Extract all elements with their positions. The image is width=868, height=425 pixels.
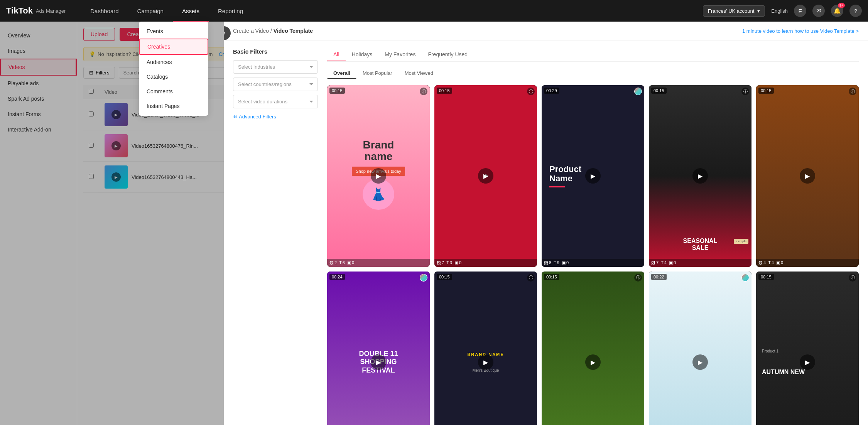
- filters-column: Basic Filters Select Industries Select c…: [233, 48, 318, 425]
- sub-tabs: Overall Most Popular Most Viewed: [327, 68, 859, 79]
- nav-dashboard[interactable]: Dashboard: [81, 0, 128, 22]
- card-play-6[interactable]: ▶: [478, 354, 493, 370]
- messages-button[interactable]: ✉: [812, 5, 825, 17]
- dropdown-item-comments[interactable]: Comments: [139, 84, 208, 99]
- notification-badge: 9+: [838, 3, 845, 8]
- template-grid: Brandname Shop new arrivals today 👗 00:1…: [327, 85, 859, 425]
- templates-column: All Holidays My Favorites Frequently Use…: [327, 48, 859, 425]
- card-color-badge-2: [634, 88, 642, 95]
- card-info-6[interactable]: ⓘ: [527, 274, 535, 282]
- dropdown-menu: Events Creatives Audiences Catalogs Comm…: [139, 22, 208, 116]
- sub-tab-overall[interactable]: Overall: [327, 68, 356, 79]
- avatar-button[interactable]: F: [794, 5, 806, 17]
- card-background-9: Product 1 AUTUMN NEW: [756, 272, 859, 425]
- country-select[interactable]: Select countries/regions: [233, 78, 318, 91]
- card-color-badge-5: [420, 274, 427, 282]
- card-info-9[interactable]: ⓘ: [849, 274, 856, 282]
- image-icon-2: 🖼: [544, 260, 548, 265]
- main-tabs: All Holidays My Favorites Frequently Use…: [327, 48, 859, 62]
- duration-select[interactable]: Select video durations: [233, 95, 318, 108]
- card-play-7[interactable]: ▶: [585, 354, 601, 370]
- image-icon-3: 🖼: [651, 260, 655, 265]
- dropdown-item-instant-pages[interactable]: Instant Pages: [139, 99, 208, 113]
- dropdown-item-creatives[interactable]: Creatives: [139, 39, 208, 55]
- language-label[interactable]: English: [771, 8, 788, 14]
- sub-tab-most-popular[interactable]: Most Popular: [356, 68, 399, 79]
- nav-links: Dashboard Campaign Assets Reporting: [81, 0, 703, 22]
- template-card-2[interactable]: ProductName 00:29 ▶ 🖼 8 T 9: [542, 85, 644, 267]
- breadcrumb: Create a Video / Video Template: [233, 28, 313, 34]
- card-footer-3: 🖼 7 T 4 ▣ 0: [649, 259, 751, 267]
- card-duration-7: 00:15: [544, 274, 559, 280]
- video-icon-4: ▣: [776, 260, 780, 265]
- card-info-3[interactable]: ⓘ: [741, 88, 749, 95]
- template-card-6[interactable]: BRAND NAME Men's Boutique 00:15 ⓘ ▶ 🖼 4 …: [434, 272, 537, 425]
- card-info-0[interactable]: ⓘ: [420, 88, 427, 95]
- card-background-6: BRAND NAME Men's Boutique: [434, 272, 537, 425]
- card-info-7[interactable]: ⓘ: [634, 274, 642, 282]
- card-info-4[interactable]: ⓘ: [849, 88, 856, 95]
- card-info-1[interactable]: ⓘ: [527, 88, 535, 95]
- text-icon-3: T: [661, 260, 664, 265]
- text-icon-2: T: [554, 260, 556, 265]
- card-duration-9: 00:15: [758, 274, 774, 280]
- sub-tab-most-viewed[interactable]: Most Viewed: [399, 68, 439, 79]
- template-card-9[interactable]: Product 1 AUTUMN NEW 00:15 ⓘ ▶ 🖼 4 T 5: [756, 272, 859, 425]
- nav-reporting[interactable]: Reporting: [209, 0, 252, 22]
- card-play-3[interactable]: ▶: [692, 168, 708, 184]
- advanced-filters-link[interactable]: ≋ Advanced Filters: [233, 114, 318, 120]
- avatar-initials: F: [798, 8, 802, 14]
- logo-area[interactable]: TikTok Ads Manager: [6, 6, 66, 16]
- template-card-8[interactable]: 00:22 ▶ 🖼 7 T 4 ▣ 0: [649, 272, 751, 425]
- dropdown-item-audiences[interactable]: Audiences: [139, 55, 208, 69]
- tab-frequently-used[interactable]: Frequently Used: [422, 48, 474, 61]
- card-play-4[interactable]: ▶: [800, 168, 815, 184]
- template-card-0[interactable]: Brandname Shop new arrivals today 👗 00:1…: [327, 85, 430, 267]
- ads-manager-label: Ads Manager: [36, 8, 66, 14]
- dropdown-item-catalogs[interactable]: Catalogs: [139, 69, 208, 84]
- messages-icon: ✉: [816, 7, 821, 14]
- image-icon-4: 🖼: [758, 260, 763, 265]
- card-play-1[interactable]: ▶: [478, 168, 493, 184]
- account-name: Frances' UK account: [708, 8, 754, 14]
- card-color-badge-8: [741, 274, 749, 282]
- card-footer-0: 🖼 2 T 6 ▣ 0: [327, 259, 430, 267]
- card-duration-0: 00:15: [329, 88, 345, 94]
- tiktok-logo: TikTok: [6, 6, 33, 16]
- template-card-7[interactable]: 00:15 ⓘ ▶ 🖼 2 T 4 ▣ 0: [542, 272, 644, 425]
- card-duration-3: 00:15: [651, 88, 667, 94]
- modal-header: Create a Video / Video Template 1 minute…: [224, 22, 868, 40]
- card-play-8[interactable]: ▶: [692, 354, 708, 370]
- text-icon: T: [339, 260, 342, 265]
- top-navigation: TikTok Ads Manager Dashboard Campaign As…: [0, 0, 868, 22]
- card-play-5[interactable]: ▶: [371, 354, 386, 370]
- help-button[interactable]: ?: [849, 5, 862, 17]
- template-card-3[interactable]: s.emple SEASONALSALE 00:15 ⓘ ▶ 🖼 7 T 4: [649, 85, 751, 267]
- tab-holidays[interactable]: Holidays: [346, 48, 379, 61]
- nav-campaign[interactable]: Campaign: [128, 0, 173, 22]
- card-play-2[interactable]: ▶: [585, 168, 601, 184]
- text-icon-1: T: [446, 260, 449, 265]
- card-footer-1: 🖼 7 T 3 ▣ 0: [434, 259, 537, 267]
- notifications-button[interactable]: 🔔 9+: [831, 5, 843, 17]
- account-selector[interactable]: Frances' UK account ▾: [703, 5, 765, 17]
- dropdown-item-events[interactable]: Events: [139, 24, 208, 39]
- modal-content: Basic Filters Select Industries Select c…: [224, 40, 868, 425]
- card-play-9[interactable]: ▶: [800, 354, 815, 370]
- card-duration-4: 00:15: [758, 88, 774, 94]
- basic-filters-title: Basic Filters: [233, 48, 318, 55]
- card-background-7: [542, 272, 644, 425]
- template-card-5[interactable]: DOUBLE 11SHOPPINGFESTIVAL 00:24 ▶ 🖼 13 T…: [327, 272, 430, 425]
- tab-all[interactable]: All: [327, 48, 346, 61]
- industry-select[interactable]: Select Industries: [233, 60, 318, 74]
- text-icon-4: T: [768, 260, 771, 265]
- help-icon: ?: [854, 8, 857, 14]
- card-duration-8: 00:22: [651, 274, 667, 280]
- nav-assets[interactable]: Assets: [173, 0, 209, 22]
- card-play-0[interactable]: ▶: [371, 168, 386, 184]
- learn-link[interactable]: 1 minute video to learn how to use Video…: [742, 28, 859, 34]
- template-card-4[interactable]: 00:15 ⓘ ▶ 🖼 4 T 4 ▣ 0: [756, 85, 859, 267]
- bell-icon: 🔔: [834, 7, 841, 14]
- template-card-1[interactable]: ✦ 00:15 ⓘ ▶ 🖼 7 T 3 ▣ 0: [434, 85, 537, 267]
- tab-my-favorites[interactable]: My Favorites: [378, 48, 422, 61]
